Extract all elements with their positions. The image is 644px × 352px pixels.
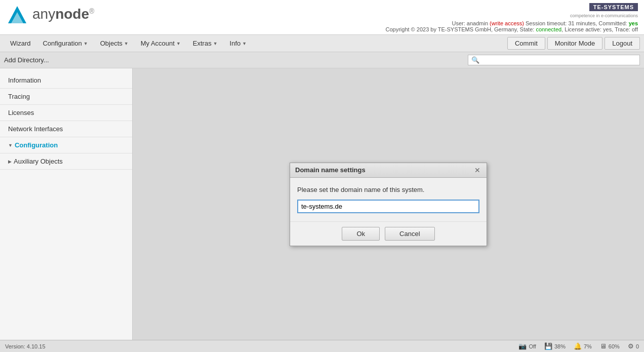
state-value: connected [536, 26, 561, 32]
logo-text: anynode® [32, 6, 94, 22]
sidebar-item-network-interfaces[interactable]: Network Interfaces [0, 121, 132, 137]
main-area: Information Tracing Licenses Network Int… [0, 68, 644, 340]
state-label: State: [520, 26, 535, 32]
footer-stat-storage: 💾 38% [544, 342, 566, 350]
storage-icon: 💾 [544, 342, 552, 350]
dialog-footer: Ok Cancel [290, 221, 487, 246]
footer-stat-cpu: 🔔 7% [574, 342, 592, 350]
dialog-close-button[interactable]: ✕ [473, 166, 481, 174]
camera-icon: 📷 [518, 342, 527, 350]
sidebar-item-licenses[interactable]: Licenses [0, 105, 132, 121]
te-systems-sub: competence in e-communications [385, 13, 638, 18]
sidebar: Information Tracing Licenses Network Int… [0, 68, 133, 340]
mem-label: 60% [609, 343, 620, 349]
nav-configuration[interactable]: Configuration ▼ [36, 36, 94, 50]
dialog: Domain name settings ✕ Please set the do… [290, 163, 487, 246]
footer-stat-tasks: ⚙ 0 [628, 342, 639, 350]
sidebar-item-information[interactable]: Information [0, 72, 132, 89]
session-timeout: Session timeout: 31 minutes, [526, 20, 597, 26]
license-label: License active: [565, 26, 601, 32]
footer-stat-camera: 📷 Off [518, 342, 536, 350]
search-box: 🔍 [468, 55, 640, 65]
header: anynode® TE-SYSTEMS competence in e-comm… [0, 0, 644, 35]
footer: Version: 4.10.15 📷 Off 💾 38% 🔔 7% 🖥 60% … [0, 340, 644, 352]
sidebar-item-tracing[interactable]: Tracing [0, 89, 132, 105]
dialog-body: Please set the domain name of this syste… [290, 178, 487, 221]
trace-label: Trace: [615, 26, 630, 32]
nav-my-account[interactable]: My Account ▼ [135, 36, 187, 50]
navbar: Wizard Configuration ▼ Objects ▼ My Acco… [0, 35, 644, 52]
license-value: yes, [603, 26, 613, 32]
copyright-info: Copyright © 2023 by TE-SYSTEMS GmbH, Ger… [385, 26, 638, 32]
nav-info[interactable]: Info ▼ [224, 36, 253, 50]
dialog-title: Domain name settings [295, 166, 366, 174]
sidebar-item-auxiliary-objects[interactable]: Auxiliary Objects [0, 153, 132, 170]
tasks-label: 0 [636, 343, 639, 349]
footer-stat-mem: 🖥 60% [600, 342, 620, 350]
content-area: Domain name settings ✕ Please set the do… [133, 68, 644, 340]
dialog-titlebar: Domain name settings ✕ [290, 163, 487, 178]
dialog-cancel-button[interactable]: Cancel [385, 227, 434, 241]
write-access: (write access) [490, 20, 524, 26]
username: anadmin [467, 20, 488, 26]
modal-overlay: Domain name settings ✕ Please set the do… [133, 68, 644, 340]
navbar-right: Commit Monitor Mode Logout [507, 37, 640, 50]
storage-label: 38% [554, 343, 566, 349]
committed-value: yes [629, 20, 638, 26]
commit-button[interactable]: Commit [507, 37, 545, 50]
tasks-icon: ⚙ [628, 342, 634, 350]
copyright-text: Copyright © 2023 by TE-SYSTEMS GmbH, Ger… [385, 26, 518, 32]
nav-wizard[interactable]: Wizard [4, 36, 36, 50]
user-label: User: [452, 20, 465, 26]
add-directory-link[interactable]: Add Directory... [4, 56, 49, 64]
trace-value: off [632, 26, 638, 32]
nav-objects[interactable]: Objects ▼ [94, 36, 135, 50]
footer-right: 📷 Off 💾 38% 🔔 7% 🖥 60% ⚙ 0 [518, 342, 639, 350]
logo-icon [6, 3, 28, 25]
domain-name-input[interactable] [297, 200, 479, 213]
session-info: User: anadmin (write access) Session tim… [385, 20, 638, 26]
toolbar: Add Directory... 🔍 [0, 52, 644, 68]
nav-extras[interactable]: Extras ▼ [187, 36, 224, 50]
cpu-label: 7% [584, 343, 592, 349]
sidebar-item-configuration[interactable]: Configuration [0, 137, 132, 153]
search-input[interactable] [479, 57, 636, 64]
version-label: Version: 4.10.15 [5, 343, 46, 349]
dialog-message: Please set the domain name of this syste… [297, 186, 479, 193]
search-icon: 🔍 [471, 56, 479, 64]
dialog-ok-button[interactable]: Ok [342, 227, 380, 241]
logout-button[interactable]: Logout [605, 37, 640, 50]
mem-icon: 🖥 [600, 342, 607, 350]
camera-label: Off [529, 343, 536, 349]
cpu-icon: 🔔 [574, 342, 582, 350]
monitor-mode-button[interactable]: Monitor Mode [547, 37, 602, 50]
te-systems-badge: TE-SYSTEMS [589, 3, 638, 11]
logo-area: anynode® [6, 3, 94, 25]
header-right: TE-SYSTEMS competence in e-communication… [385, 3, 638, 32]
committed-label: Committed: [598, 20, 627, 26]
